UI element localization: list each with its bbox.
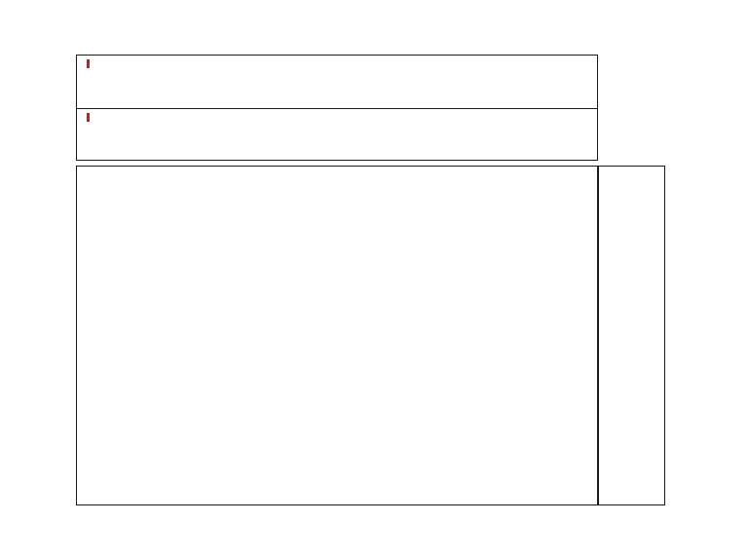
colorbar-canvas xyxy=(680,166,694,501)
spectrogram-panel xyxy=(76,166,598,505)
seismic-monitor-figure xyxy=(0,0,748,560)
amplitude-scale-marker xyxy=(87,113,90,122)
filtered-waveform-canvas xyxy=(77,109,597,160)
broadband-waveform-canvas xyxy=(77,56,597,108)
filtered-waveform-panel xyxy=(76,108,598,161)
spectrogram-canvas xyxy=(77,167,597,504)
psd-panel xyxy=(598,166,665,505)
psd-curve-canvas xyxy=(599,167,664,504)
station-subtitle xyxy=(312,37,356,49)
amplitude-scale-marker xyxy=(87,59,90,68)
broadband-waveform-panel xyxy=(76,55,598,109)
colorbar xyxy=(680,166,694,501)
